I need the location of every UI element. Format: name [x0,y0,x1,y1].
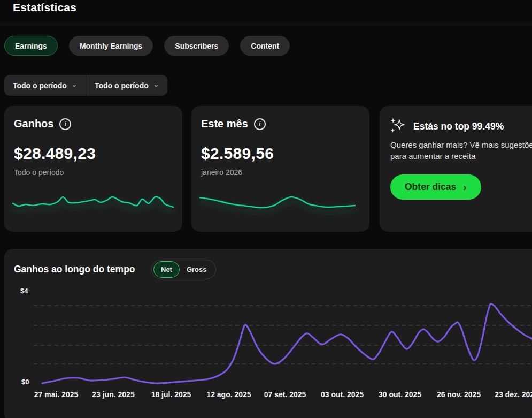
period-dropdown-2[interactable]: Todo o período ⌄ [86,75,167,96]
x-tick: 03 out. 2025 [321,390,364,399]
x-tick: 23 jun. 2025 [92,390,134,399]
period-dropdown-2-label: Todo o período [95,81,149,90]
tab-monthly-earnings[interactable]: Monthly Earnings [69,36,153,56]
top-percent-card: Estás no top 99.49% Queres ganhar mais? … [380,106,532,232]
get-tips-label: Obter dicas [405,181,456,193]
chevron-right-icon: › [463,182,466,192]
this-month-subtitle: janeiro 2026 [201,168,242,177]
gridlines [34,306,532,364]
get-tips-button[interactable]: Obter dicas › [390,174,481,200]
info-icon[interactable]: i [59,118,71,130]
x-tick: 30 out. 2025 [379,390,421,399]
earnings-card: Ganhos i $28.489,23 Todo o período [4,106,182,232]
earnings-card-title: Ganhos [14,118,53,130]
x-tick: 12 ago. 2025 [206,390,251,399]
earnings-sparkline-path [13,197,173,207]
tab-content[interactable]: Content [240,36,290,56]
tab-subscribers[interactable]: Subscribers [164,36,229,56]
chevron-down-icon: ⌄ [153,81,159,88]
period-dropdown-1[interactable]: Todo o período ⌄ [4,75,86,96]
page-title: Estatísticas [13,1,76,14]
earnings-subtitle: Todo o período [14,168,64,177]
this-month-card: Este mês i $2.589,56 janeiro 2026 [191,106,369,232]
x-axis: 27 mai. 2025 23 jun. 2025 18 jul. 2025 1… [4,390,532,401]
tab-earnings[interactable]: Earnings [4,36,58,56]
earnings-sparkline [12,190,175,217]
x-tick: 27 mai. 2025 [34,390,79,399]
top-percent-body: Queres ganhar mais? Vê mais sugestões pa… [390,140,532,162]
x-tick: 18 jul. 2025 [151,390,191,399]
this-month-amount: $2.589,56 [201,145,274,163]
earnings-amount: $28.489,23 [14,145,96,163]
earnings-line-path [42,304,532,383]
chevron-down-icon: ⌄ [72,81,77,88]
this-month-sparkline [199,190,357,217]
period-filters: Todo o período ⌄ Todo o período ⌄ [4,75,167,96]
period-dropdown-1-label: Todo o período [13,81,67,90]
sparkle-icon [390,118,406,135]
header-divider [0,25,532,25]
x-tick: 26 nov. 2025 [437,390,481,399]
stats-tabs: Earnings Monthly Earnings Subscribers Co… [4,36,290,56]
this-month-card-title: Este mês [201,118,248,130]
this-month-sparkline-path [200,197,355,208]
info-icon[interactable]: i [254,118,266,130]
top-percent-heading: Estás no top 99.49% [413,121,504,132]
earnings-over-time-card: Ganhos ao longo do tempo Net Gross $4 $0… [4,249,532,418]
x-tick: 23 dez. 2025 [495,390,532,399]
x-tick: 07 set. 2025 [264,390,306,399]
